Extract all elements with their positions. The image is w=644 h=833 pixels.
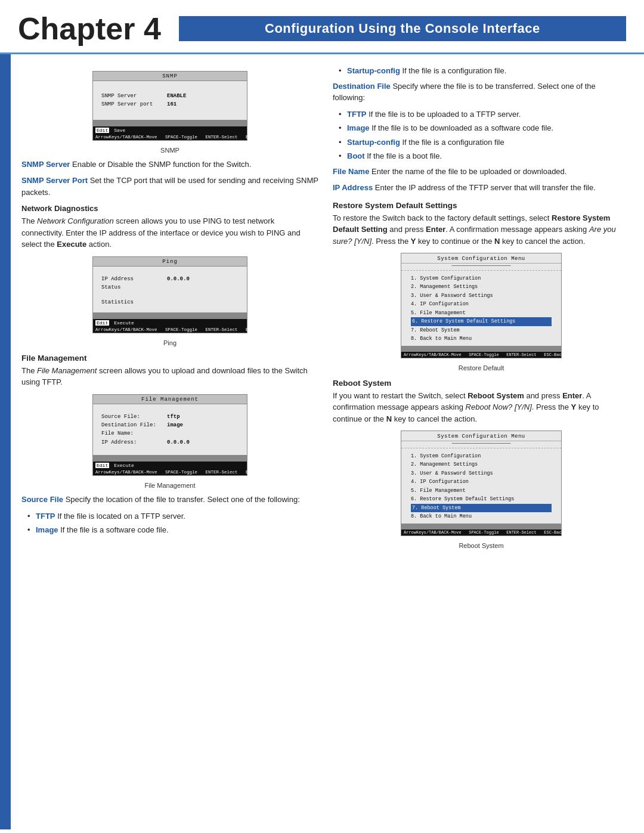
ping-menu-edit: Edit: [95, 320, 109, 326]
reboot-y: Y: [571, 402, 577, 411]
restore-console-screen: System Configuration Menu ──────────────…: [401, 253, 562, 358]
reboot-console-screen: System Configuration Menu ──────────────…: [401, 431, 562, 536]
ip-address-para: IP Address Enter the IP address of the T…: [333, 182, 630, 194]
file-mgmt-dest-label: Destination File:: [101, 421, 161, 429]
restore-n: N: [494, 237, 500, 246]
reboot-menu-footer: [401, 524, 561, 529]
col-left: SNMP SNMP Server ENABLE SNMP Server port…: [21, 65, 318, 819]
snmp-server-heading: SNMP Server: [21, 160, 70, 169]
file-mgmt-dest-row: Destination File: image: [101, 421, 239, 429]
restore-bold: Restore System Default Setting: [333, 213, 610, 234]
reboot-item-7: 7. Reboot System: [411, 504, 552, 512]
file-mgmt-source-label: Source File:: [101, 413, 161, 421]
restore-caption: Restore Default: [333, 364, 630, 371]
reboot-enter: Enter: [562, 391, 582, 400]
network-diag-heading: Network Diagnostics: [21, 204, 318, 213]
dest-tftp-desc: If the file is to be uploaded to a TFTP …: [369, 110, 521, 119]
dest-startup-item: Startup-config If the file is a configur…: [339, 137, 630, 148]
snmp-port-value: 161: [167, 100, 177, 109]
file-mgmt-italic: File Management: [37, 366, 97, 375]
file-mgmt-footer: Edit Execute: [93, 462, 247, 469]
dest-image-bold: Image: [347, 123, 370, 132]
dest-startup-desc: If the file is a configuration file: [402, 138, 504, 147]
ping-menu-execute: Execute: [114, 320, 134, 326]
file-mgmt-source-row: Source File: tftp: [101, 413, 239, 421]
reboot-menu-body: 1. System Configuration 2. Management Se…: [401, 448, 561, 524]
startup-config-item: Startup-config If the file is a configur…: [339, 65, 630, 77]
network-diag-italic: Network Configuration: [37, 216, 114, 225]
reboot-italic: Reboot Now? [Y/N]: [466, 402, 532, 411]
dest-image-desc: If the file is to be downloaded as a sof…: [371, 123, 553, 132]
restore-item-4: 4. IP Configuration: [411, 300, 552, 308]
page-content: SNMP SNMP Server ENABLE SNMP Server port…: [0, 54, 644, 829]
file-mgmt-source-value: tftp: [167, 413, 180, 421]
snmp-status-bar: [93, 120, 247, 126]
snmp-menu-sep: [130, 128, 216, 133]
execute-bold: Execute: [57, 240, 86, 249]
file-mgmt-menu-edit: Edit: [95, 463, 109, 468]
snmp-caption: SNMP: [21, 147, 318, 154]
snmp-server-desc: SNMP Server Enable or Disable the SNMP f…: [21, 159, 318, 171]
snmp-port-label: SNMP Server port: [101, 100, 161, 109]
ping-status-row: Status: [101, 283, 239, 292]
dest-tftp-bold: TFTP: [347, 110, 367, 119]
reboot-n: N: [386, 414, 392, 423]
network-diag-desc: The Network Configuration screen allows …: [21, 215, 318, 250]
reboot-bold: Reboot System: [467, 391, 524, 400]
filename-desc: Enter the name of the file to be uploade…: [371, 167, 566, 176]
file-mgmt-ip-value: 0.0.0.0: [167, 438, 190, 447]
reboot-item-5: 5. File Management: [411, 487, 552, 495]
snmp-server-value: ENABLE: [167, 92, 186, 100]
source-image-bold: Image: [36, 525, 58, 534]
snmp-body: SNMP Server ENABLE SNMP Server port 161: [93, 81, 247, 120]
dest-boot-item: Boot If the file is a boot file.: [339, 150, 630, 162]
restore-item-8: 8. Back to Main Menu: [411, 335, 552, 343]
snmp-server-desc-text: Enable or Disable the SNMP function for …: [72, 160, 251, 169]
restore-item-1: 1. System Configuration: [411, 274, 552, 283]
file-mgmt-title-bar: File Management: [93, 395, 247, 404]
file-mgmt-desc: The File Management screen allows you to…: [21, 365, 318, 388]
snmp-console-screen: SNMP SNMP Server ENABLE SNMP Server port…: [92, 71, 247, 141]
ping-ip-label: IP Address: [101, 275, 161, 283]
file-mgmt-body: Source File: tftp Destination File: imag…: [93, 404, 247, 456]
reboot-item-3: 3. User & Password Settings: [411, 469, 552, 478]
reboot-item-6: 6. Restore System Default Settings: [411, 495, 552, 503]
reboot-heading: Reboot System: [333, 379, 630, 388]
reboot-menu-arrow: ArrowKeys/TAB/BACK-Move SPACE-Toggle ENT…: [401, 529, 561, 535]
page-header: Chapter 4 Configuration Using the Consol…: [0, 0, 644, 54]
ping-statistics-label: Statistics: [101, 299, 134, 305]
file-mgmt-filename-row: File Name:: [101, 429, 239, 438]
ping-caption: Ping: [21, 339, 318, 346]
source-file-bold: Source File: [21, 495, 63, 504]
reboot-item-4: 4. IP Configuration: [411, 478, 552, 486]
ping-status-bar: [93, 312, 247, 319]
restore-heading: Restore System Default Settings: [333, 201, 630, 210]
file-mgmt-dest-value: image: [167, 421, 183, 429]
file-mgmt-caption: File Management: [21, 482, 318, 489]
dest-boot-desc: If the file is a boot file.: [367, 151, 442, 160]
snmp-port-heading: SNMP Server Port: [21, 176, 88, 185]
startup-config-desc: If the file is a configuration file.: [402, 66, 506, 75]
reboot-menu-title: System Configuration Menu: [401, 431, 561, 441]
reboot-item-8: 8. Back to Main Menu: [411, 512, 552, 521]
restore-menu-subtitle: ──────────────────────: [401, 264, 561, 271]
reboot-menu-subtitle: ──────────────────────: [401, 441, 561, 448]
snmp-menu-edit: Edit: [95, 128, 109, 133]
dest-file-bold: Destination File: [333, 82, 391, 91]
file-mgmt-heading: File Management: [21, 354, 318, 363]
snmp-title-bar: SNMP: [93, 72, 247, 81]
ping-title-bar: Ping: [93, 257, 247, 267]
ping-ip-value: 0.0.0.0: [167, 275, 190, 283]
startup-config-bold: Startup-config: [347, 66, 400, 75]
restore-enter: Enter: [426, 225, 445, 234]
ping-body: IP Address 0.0.0.0 Status Statistics: [93, 267, 247, 312]
reboot-item-1: 1. System Configuration: [411, 452, 552, 460]
ping-arrow-bar: ArrowKeys/TAB/BACK-Move SPACE-Toggle ENT…: [93, 327, 247, 333]
dest-tftp-item: TFTP If the file is to be uploaded to a …: [339, 109, 630, 120]
reboot-desc: If you want to restart the Switch, selec…: [333, 390, 630, 425]
ping-footer: Edit Execute: [93, 319, 247, 327]
restore-desc: To restore the Switch back to the factor…: [333, 212, 630, 247]
ping-ip-row: IP Address 0.0.0.0: [101, 275, 239, 283]
dest-boot-bold: Boot: [347, 151, 365, 160]
filename-para: File Name Enter the name of the file to …: [333, 166, 630, 178]
